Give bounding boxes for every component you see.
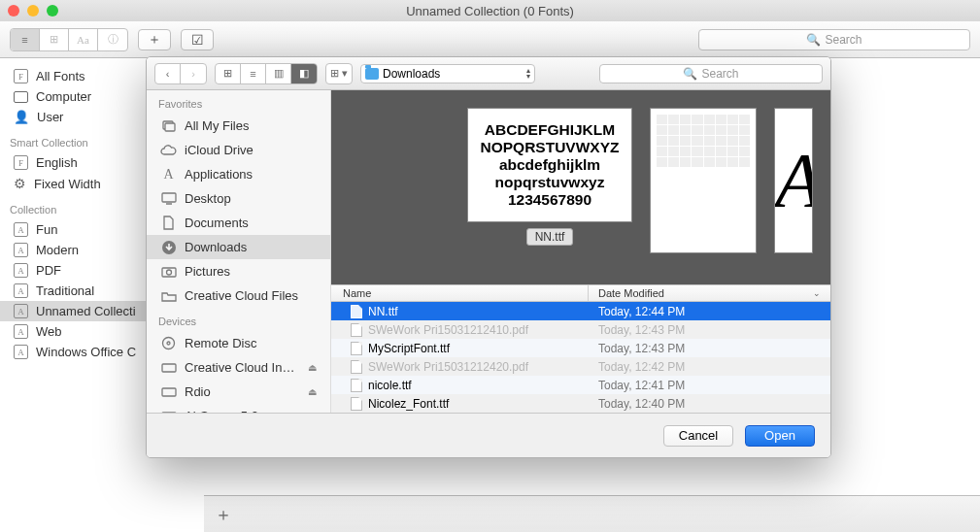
file-row[interactable]: nicole.ttfToday, 12:41 PM <box>331 376 830 394</box>
eject-icon[interactable]: ⏏ <box>308 362 317 373</box>
document-icon <box>351 305 362 318</box>
search-placeholder: Search <box>825 33 862 47</box>
svg-point-6 <box>166 270 171 275</box>
drive-icon <box>160 383 177 400</box>
sidebar-item-label: English <box>36 155 78 170</box>
chevron-updown-icon: ▴▾ <box>526 68 530 80</box>
grid-view-button[interactable]: ⊞ <box>40 29 69 50</box>
sidebar-item[interactable]: Documents <box>147 211 330 235</box>
list-view-button[interactable]: ≡ <box>11 29 40 50</box>
arrange-button[interactable]: ⊞ ▾ <box>326 64 352 83</box>
search-icon: 🔍 <box>806 33 821 47</box>
dialog-search-placeholder: Search <box>701 67 738 81</box>
disc-icon <box>160 335 177 351</box>
search-icon: 🔍 <box>683 67 697 81</box>
preview-thumb-font[interactable]: ABCDEFGHIJKLMNOPQRSTUVWXYZabcdefghijklmn… <box>467 108 632 267</box>
add-collection-button[interactable]: ＋ <box>214 505 233 524</box>
column-date-header[interactable]: Date Modified ⌄ <box>589 285 830 301</box>
file-date: Today, 12:43 PM <box>589 342 830 355</box>
back-button[interactable]: ‹ <box>155 64 181 83</box>
monitor-icon <box>14 91 28 103</box>
file-date: Today, 12:42 PM <box>589 360 830 374</box>
drive-icon <box>160 359 177 376</box>
open-button[interactable]: Open <box>745 425 815 447</box>
preview-label: NN.ttf <box>526 228 574 246</box>
camera-icon <box>160 263 177 280</box>
document-icon <box>351 360 362 374</box>
file-row[interactable]: NN.ttfToday, 12:44 PM <box>331 302 830 320</box>
sidebar-item[interactable]: Rdio⏏ <box>147 380 330 404</box>
eject-icon[interactable]: ⏏ <box>308 386 317 397</box>
location-label: Downloads <box>383 67 440 81</box>
app-toolbar: ≡ ⊞ Aa ⓘ ＋ ☑︎ 🔍 Search <box>0 21 980 58</box>
search-field[interactable]: 🔍 Search <box>698 29 970 50</box>
desktop-icon <box>160 190 177 207</box>
file-list[interactable]: NN.ttfToday, 12:44 PMSWeWork Pri15031212… <box>331 302 830 413</box>
sample-view-button[interactable]: Aa <box>69 29 98 50</box>
sidebar-item[interactable]: AirServer 5.2⏏ <box>147 404 330 413</box>
list-view-button[interactable]: ≡ <box>241 64 266 83</box>
folder-icon <box>160 287 177 304</box>
collection-icon: A <box>14 243 28 257</box>
validate-button[interactable]: ☑︎ <box>181 29 214 50</box>
allfiles-icon <box>160 117 177 134</box>
file-row[interactable]: SWeWork Pri15031212410.pdfToday, 12:43 P… <box>331 320 830 339</box>
add-button[interactable]: ＋ <box>138 29 171 50</box>
sidebar-item-label: Creative Cloud Files <box>185 288 298 303</box>
file-row[interactable]: Nicolez_Font.ttfToday, 12:40 PM <box>331 394 830 413</box>
svg-rect-2 <box>162 193 176 202</box>
sidebar-item-label: Traditional <box>36 283 94 298</box>
fontset-icon: F <box>14 155 28 170</box>
docs-icon <box>160 215 177 231</box>
folder-icon <box>365 68 379 80</box>
sidebar-item-label: Web <box>36 324 62 339</box>
svg-point-8 <box>167 342 170 345</box>
preview-thumb-overflow[interactable]: A <box>774 108 813 253</box>
document-icon <box>351 342 362 355</box>
glyph-sheet <box>650 108 757 253</box>
column-name-header[interactable]: Name <box>331 285 589 301</box>
sidebar-item[interactable]: Desktop <box>147 186 330 211</box>
sidebar-item-label: Applications <box>185 167 253 182</box>
forward-button[interactable]: › <box>181 64 206 83</box>
coverflow-view-button[interactable]: ◧ <box>291 64 317 83</box>
bottom-toolbar: ＋ <box>204 495 980 532</box>
file-row[interactable]: MyScriptFont.ttfToday, 12:43 PM <box>331 339 830 357</box>
cancel-button[interactable]: Cancel <box>663 425 733 447</box>
sidebar-item[interactable]: Remote Disc <box>147 331 330 355</box>
document-icon <box>351 397 362 411</box>
icon-view-button[interactable]: ⊞ <box>216 64 241 83</box>
sidebar-item[interactable]: iCloud Drive <box>147 138 330 162</box>
sidebar-item[interactable]: All My Files <box>147 114 330 138</box>
dialog-search-field[interactable]: 🔍 Search <box>599 64 823 83</box>
person-icon: 👤 <box>14 110 29 124</box>
file-date: Today, 12:41 PM <box>589 379 830 392</box>
dialog-body: FavoritesAll My FilesiCloud DriveAApplic… <box>147 90 830 413</box>
location-popup[interactable]: Downloads ▴▾ <box>360 64 535 83</box>
column-view-button[interactable]: ▥ <box>266 64 291 83</box>
svg-rect-1 <box>165 123 175 131</box>
sidebar-item[interactable]: AApplications <box>147 162 330 186</box>
file-name: MyScriptFont.ttf <box>368 342 450 355</box>
sidebar-item[interactable]: Downloads <box>147 235 330 259</box>
collection-icon: A <box>14 324 28 339</box>
file-row[interactable]: SWeWork Pri15031212420.pdfToday, 12:42 P… <box>331 357 830 376</box>
chevron-down-icon: ⌄ <box>813 288 821 298</box>
info-view-button[interactable]: ⓘ <box>98 29 127 50</box>
sidebar-item[interactable]: Creative Cloud Files <box>147 283 330 308</box>
titlebar: Unnamed Collection (0 Fonts) <box>0 0 980 21</box>
document-icon <box>351 379 362 392</box>
sidebar-item[interactable]: Pictures <box>147 259 330 283</box>
svg-point-7 <box>163 338 175 349</box>
collection-icon: A <box>14 304 28 318</box>
sidebar-item-label: Fun <box>36 222 57 237</box>
sidebar-item[interactable]: Creative Cloud In…⏏ <box>147 355 330 380</box>
file-name: SWeWork Pri15031212410.pdf <box>368 323 528 337</box>
document-icon <box>351 323 362 337</box>
view-segmented: ≡ ⊞ Aa ⓘ <box>10 28 128 51</box>
preview-thumb-sheet[interactable] <box>650 108 757 267</box>
preview-strip[interactable]: ABCDEFGHIJKLMNOPQRSTUVWXYZabcdefghijklmn… <box>331 90 830 284</box>
cloud-icon <box>160 142 177 158</box>
download-icon <box>160 239 177 255</box>
apps-icon: A <box>160 166 177 183</box>
